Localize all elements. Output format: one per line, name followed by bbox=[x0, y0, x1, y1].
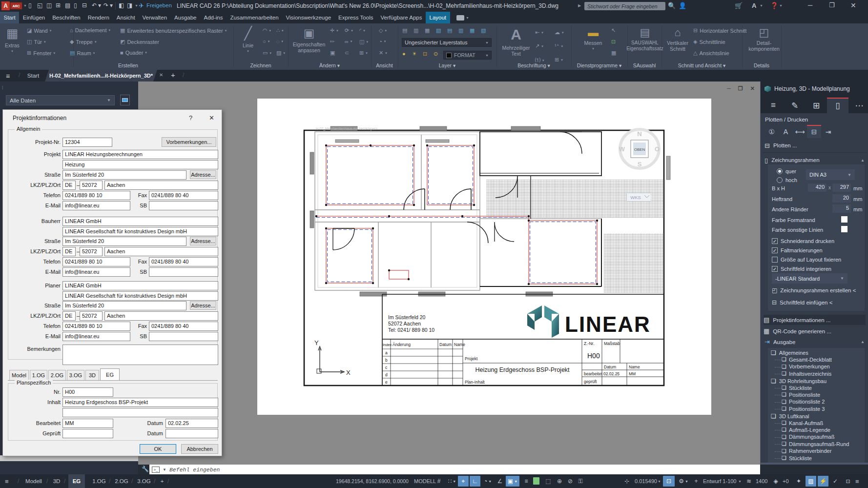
layer-tool-0[interactable]: ▤ bbox=[402, 27, 407, 34]
user-icon[interactable]: 👤 bbox=[679, 2, 686, 9]
floor-tab-2og[interactable]: 2.OG bbox=[48, 370, 66, 380]
tree-item-1-2[interactable]: ❏Positionsliste 2 bbox=[782, 399, 825, 405]
drehen-button[interactable]: ⟳▾ bbox=[345, 27, 353, 34]
bxh-h-field[interactable]: 297 bbox=[832, 183, 851, 192]
save-as-icon[interactable]: ⊞ bbox=[56, 2, 61, 9]
lock-toggle[interactable]: ⚿ bbox=[576, 476, 585, 487]
scale-value[interactable]: 0.015490 bbox=[635, 478, 657, 484]
sb-input[interactable] bbox=[149, 201, 218, 210]
vorbemerkungen-button[interactable]: Vorbemerkungen... bbox=[162, 137, 216, 147]
beschr-skal-button[interactable]: ¹⁺▾ bbox=[555, 43, 563, 49]
statusbar-menu-icon[interactable]: ≡ bbox=[5, 478, 9, 485]
schnittlinie-button[interactable]: ◈Schnittlinie bbox=[693, 39, 725, 45]
farbe-sonstige-checkbox[interactable] bbox=[841, 226, 847, 232]
tree-node-2[interactable]: ❏3D Luftkanal bbox=[771, 413, 809, 420]
tree-item-2-4[interactable]: ❏Rahmenverbinder bbox=[782, 448, 831, 454]
panel-tab-calc[interactable]: ⊞ bbox=[806, 98, 827, 113]
plotten-item[interactable]: ⊟Plotten ... bbox=[765, 140, 865, 151]
search-icon[interactable]: 🔍 bbox=[668, 2, 676, 9]
sb2-input[interactable] bbox=[149, 267, 218, 277]
standard-dropdown[interactable]: -LINEAR Standard▼ bbox=[772, 273, 847, 284]
wolke-button[interactable]: ☁▾ bbox=[555, 29, 564, 36]
minimize-button[interactable]: ─ bbox=[808, 1, 812, 9]
datum-input[interactable]: 02.02.25 bbox=[165, 419, 218, 428]
projektinfo-item[interactable]: ▤Projektinformationen ... bbox=[764, 315, 866, 325]
panel-tool-text[interactable]: A bbox=[779, 125, 793, 138]
menu-tab-verf-gbare-apps[interactable]: Verfügbare Apps bbox=[377, 12, 426, 23]
entwurf-caret-icon[interactable]: ▼ bbox=[738, 480, 742, 483]
layout-tab-1og[interactable]: 1.OG bbox=[91, 474, 107, 488]
restore-button[interactable]: ❐ bbox=[829, 1, 835, 9]
undo-caret-icon[interactable]: ▾ bbox=[98, 2, 101, 9]
fax3-input[interactable]: 0241/889 80 40 bbox=[149, 322, 218, 331]
workspace-icon[interactable]: ✦ bbox=[793, 476, 804, 487]
layer-format-dropdown[interactable]: FORMAT▼ bbox=[443, 51, 492, 60]
ort-input[interactable]: Aachen bbox=[104, 181, 218, 190]
adresse2-button[interactable]: Adresse... bbox=[190, 237, 216, 245]
qrcode-item[interactable]: ▦QR-Code generieren ... bbox=[764, 326, 866, 336]
tree-item-2-5[interactable]: ❏Stückliste bbox=[782, 455, 812, 461]
menu-tab-rendern[interactable]: Rendern bbox=[84, 12, 113, 23]
file-tab-close-icon[interactable]: ✕ bbox=[159, 72, 163, 78]
layout-tab-add[interactable]: + bbox=[158, 474, 166, 488]
tree-item-1-0[interactable]: ❏Stückliste bbox=[782, 385, 812, 391]
wks-badge[interactable]: WKS bbox=[627, 193, 651, 201]
deckenraster-button[interactable]: ◩Deckenraster bbox=[120, 39, 159, 45]
floor-tab-1og[interactable]: 1.OG bbox=[30, 370, 47, 380]
schnitt-button[interactable]: ⊂ bbox=[345, 50, 349, 56]
share-icon[interactable]: ✈ bbox=[139, 2, 144, 9]
grid-toggle[interactable]: # bbox=[434, 476, 444, 487]
new-tab-button[interactable]: + bbox=[171, 71, 175, 79]
bauherr-input[interactable]: LINEAR GmbH bbox=[62, 217, 218, 226]
bxh-b-field[interactable]: 420 bbox=[808, 183, 827, 192]
farbe-formatrand-checkbox[interactable] bbox=[841, 216, 847, 223]
arc-badge[interactable]: ARC bbox=[10, 2, 22, 9]
layer-frame-button[interactable]: ⊡ bbox=[423, 51, 427, 57]
layout-tab-3d[interactable]: 3D bbox=[51, 474, 62, 488]
panel-tab-more[interactable]: ⋯ bbox=[848, 98, 868, 113]
projekt-nr-input[interactable]: 12304 bbox=[62, 138, 112, 147]
projekt-input[interactable]: LINEAR Heizungsberechnungen bbox=[62, 150, 218, 159]
layer-tool-4[interactable]: ▤ bbox=[447, 27, 452, 34]
projekt2-input[interactable]: Heizung bbox=[62, 160, 218, 169]
email-input[interactable]: info@linear.eu bbox=[62, 201, 130, 210]
horizontaler-schnitt-button[interactable]: ⊟Horizontaler Schnitt bbox=[693, 27, 746, 34]
undo-icon[interactable]: ↶ bbox=[92, 2, 97, 9]
bauherr2-input[interactable]: LINEAR Gesellschaft für konstruktives De… bbox=[62, 227, 218, 236]
bemassung-button[interactable]: ⇤▾ bbox=[535, 29, 543, 36]
raster-button[interactable]: ▦Erweitertes benutzerspezifisches Raster… bbox=[120, 27, 227, 34]
drawing-canvas[interactable]: ─ ❐ ✕ N S W O OBEN WKS Y X H-02_Mehrfami… bbox=[138, 81, 760, 465]
fullscreen-button[interactable]: ⊡ bbox=[843, 476, 853, 487]
ribbon-extra-tab[interactable]: ▼ bbox=[453, 12, 473, 23]
num-value[interactable]: 1400 bbox=[756, 478, 767, 484]
floor-tab-3og[interactable]: 3.OG bbox=[67, 370, 84, 380]
menu-tab-einf-gen[interactable]: Einfügen bbox=[19, 12, 48, 23]
telefon2-input[interactable]: 0241/889 80 10 bbox=[62, 257, 130, 266]
qat-caret-icon[interactable]: ▼ bbox=[135, 4, 138, 7]
print-icon[interactable]: ⊟ bbox=[82, 2, 87, 9]
ansicht-x-button[interactable]: ✕▾ bbox=[379, 50, 387, 56]
layout-tab-2og[interactable]: 2.OG bbox=[113, 474, 130, 488]
punkte-button[interactable]: ∴▾ bbox=[276, 27, 284, 34]
raum-button[interactable]: ▤Raum▾ bbox=[70, 50, 95, 56]
redo-caret-icon[interactable]: ▾ bbox=[110, 2, 113, 9]
search-input[interactable]: Stichwort oder Frage eingeben bbox=[584, 2, 665, 10]
bearbeitet-input[interactable]: MM bbox=[62, 419, 113, 428]
annot1-toggle[interactable]: ⊕ bbox=[555, 476, 564, 487]
plan-inhalt2-input[interactable] bbox=[62, 408, 218, 417]
bogen-button[interactable]: ◠▾ bbox=[263, 27, 271, 34]
tree-item-1-1[interactable]: ❏Positionsliste bbox=[782, 391, 820, 398]
plz3-input[interactable]: 52072 bbox=[80, 311, 103, 321]
tree-item-2-0[interactable]: ❏Kanal-Aufmaß bbox=[782, 420, 823, 426]
menu-tab-express-tools[interactable]: Express Tools bbox=[335, 12, 377, 23]
palette-monitor-button[interactable] bbox=[120, 95, 130, 105]
layer-status-dropdown[interactable]: Ungesicherter Layerstatus▼ bbox=[402, 38, 492, 47]
quader-button[interactable]: ■Quader▾ bbox=[120, 50, 147, 56]
snap-toggle[interactable]: ∷▼ bbox=[445, 476, 459, 487]
tree-node-1[interactable]: ❏3D Rohrleitungsbau bbox=[771, 378, 827, 385]
check-faltmarkierungen[interactable]: ✓Faltmarkierungen bbox=[772, 247, 823, 253]
strasse3-input[interactable]: Im Süsterfeld 20 bbox=[62, 301, 186, 310]
file-menu-icon[interactable]: ≡ bbox=[6, 72, 10, 80]
export-icon[interactable]: ▤ bbox=[65, 2, 70, 9]
plan-inhalt-input[interactable]: Heizung Erdgeschoss BSP-Projekt bbox=[62, 398, 218, 407]
